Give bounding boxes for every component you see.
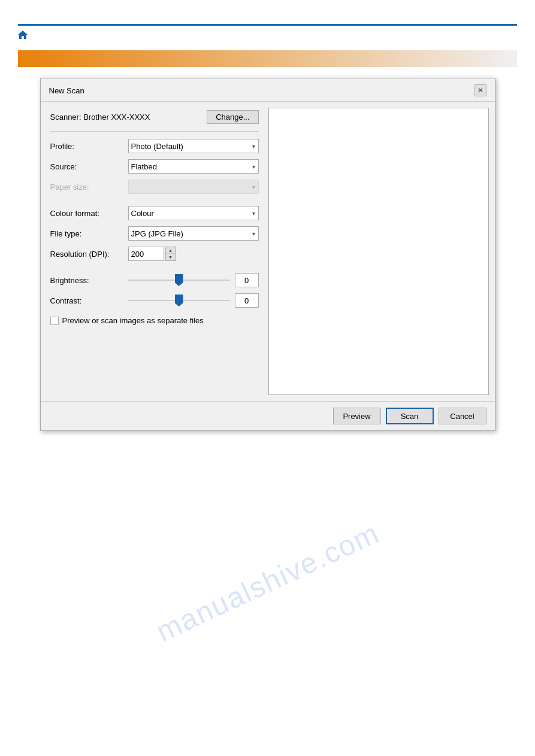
- profile-row: Profile: Photo (Default) Documents Custo…: [50, 139, 259, 153]
- divider: [50, 131, 259, 132]
- dialog-container: New Scan ✕ Scanner: Brother XXX-XXXX Cha…: [40, 78, 495, 431]
- dialog-titlebar: New Scan ✕: [41, 78, 495, 102]
- spinner-down-arrow[interactable]: ▼: [166, 254, 176, 260]
- separate-files-checkbox[interactable]: [50, 317, 59, 325]
- scan-button[interactable]: Scan: [386, 408, 434, 424]
- contrast-label: Contrast:: [50, 296, 128, 305]
- scanner-row: Scanner: Brother XXX-XXXX Change...: [50, 110, 259, 124]
- checkbox-row: Preview or scan images as separate files: [50, 316, 259, 325]
- contrast-value: 0: [235, 293, 259, 308]
- spacer1: [50, 200, 259, 206]
- watermark: manualshive.com: [151, 516, 384, 648]
- svg-marker-0: [18, 31, 28, 39]
- spinner-arrows: ▲ ▼: [165, 247, 176, 261]
- home-icon[interactable]: [18, 32, 28, 41]
- profile-label: Profile:: [50, 142, 128, 151]
- dialog-form: Scanner: Brother XXX-XXXX Change... Prof…: [41, 102, 268, 401]
- resolution-input[interactable]: 200: [128, 247, 164, 261]
- profile-select[interactable]: Photo (Default) Documents Custom: [128, 139, 259, 153]
- brightness-slider-thumb[interactable]: [175, 274, 183, 286]
- colour-format-label: Colour format:: [50, 209, 128, 218]
- resolution-label: Resolution (DPI):: [50, 250, 128, 259]
- change-button[interactable]: Change...: [207, 110, 258, 124]
- section-bar: [18, 50, 517, 67]
- brightness-value: 0: [235, 273, 259, 287]
- preview-panel: [268, 108, 489, 395]
- resolution-row: Resolution (DPI): 200 ▲ ▼: [50, 247, 259, 261]
- brightness-slider-track[interactable]: [128, 280, 230, 281]
- paper-size-select-wrapper: [128, 180, 259, 194]
- source-select-wrapper: Flatbed ADF: [128, 159, 259, 174]
- profile-select-wrapper: Photo (Default) Documents Custom: [128, 139, 259, 153]
- close-button[interactable]: ✕: [474, 84, 486, 96]
- resolution-spinner: 200 ▲ ▼: [128, 247, 176, 261]
- scanner-label: Scanner: Brother XXX-XXXX: [50, 113, 150, 122]
- paper-size-select: [128, 180, 259, 194]
- source-label: Source:: [50, 162, 128, 171]
- colour-format-select[interactable]: Colour Greyscale Black and White: [128, 206, 259, 220]
- file-type-select-wrapper: JPG (JPG File) BMP (Bitmap File) PNG (PN…: [128, 226, 259, 241]
- page-content: New Scan ✕ Scanner: Brother XXX-XXXX Cha…: [0, 72, 535, 437]
- home-area: [0, 26, 535, 45]
- brightness-row: Brightness: 0: [50, 273, 259, 287]
- contrast-slider-track[interactable]: [128, 300, 230, 301]
- paper-size-row: Paper size:: [50, 180, 259, 194]
- colour-format-row: Colour format: Colour Greyscale Black an…: [50, 206, 259, 220]
- dialog-title: New Scan: [49, 86, 84, 95]
- file-type-row: File type: JPG (JPG File) BMP (Bitmap Fi…: [50, 226, 259, 241]
- dialog-footer: Preview Scan Cancel: [41, 401, 495, 430]
- file-type-select[interactable]: JPG (JPG File) BMP (Bitmap File) PNG (PN…: [128, 226, 259, 241]
- dialog-body: Scanner: Brother XXX-XXXX Change... Prof…: [41, 102, 495, 401]
- source-select[interactable]: Flatbed ADF: [128, 159, 259, 174]
- preview-button[interactable]: Preview: [333, 408, 381, 424]
- paper-size-label: Paper size:: [50, 183, 128, 192]
- cancel-button[interactable]: Cancel: [439, 408, 486, 424]
- source-row: Source: Flatbed ADF: [50, 159, 259, 174]
- file-type-label: File type:: [50, 229, 128, 238]
- new-scan-dialog: New Scan ✕ Scanner: Brother XXX-XXXX Cha…: [40, 78, 495, 431]
- checkbox-label: Preview or scan images as separate files: [62, 316, 204, 325]
- contrast-slider-thumb[interactable]: [175, 294, 183, 306]
- brightness-label: Brightness:: [50, 276, 128, 285]
- spacer2: [50, 267, 259, 273]
- contrast-row: Contrast: 0: [50, 293, 259, 308]
- spinner-up-arrow[interactable]: ▲: [166, 247, 176, 254]
- colour-format-select-wrapper: Colour Greyscale Black and White: [128, 206, 259, 220]
